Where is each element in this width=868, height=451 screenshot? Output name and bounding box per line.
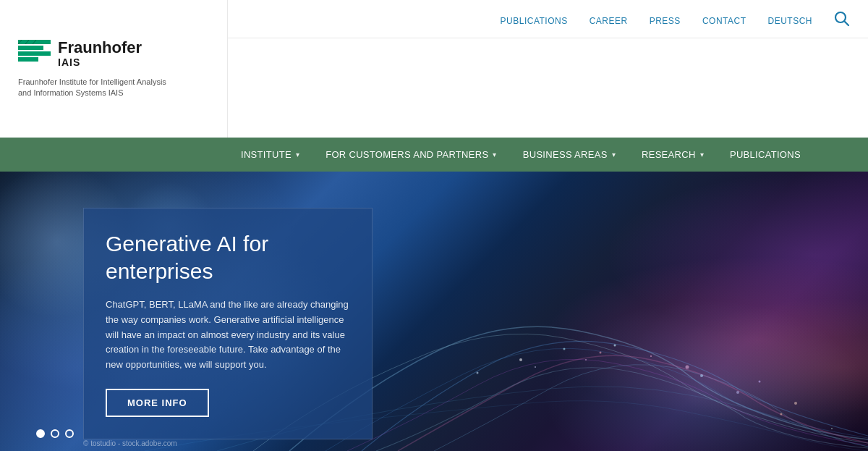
svg-point-19 [700, 374, 703, 377]
nav-career[interactable]: CAREER [590, 16, 628, 26]
institute-description: Fraunhofer Institute for Intelligent Ana… [18, 77, 209, 99]
svg-point-9 [519, 358, 522, 361]
logo-text: Fraunhofer IAIS [58, 39, 142, 68]
svg-rect-3 [18, 57, 38, 62]
top-nav-links: PUBLICATIONS CAREER PRESS CONTACT DEUTSC… [228, 0, 868, 38]
nav-business-areas[interactable]: BUSINESS AREAS ▾ [510, 138, 629, 172]
nav-publications[interactable]: PUBLICATIONS [501, 16, 568, 26]
carousel-dot-2[interactable] [51, 429, 59, 438]
fraunhofer-logo-icon [18, 40, 51, 67]
hero-title: Generative AI for enterprises [106, 230, 350, 284]
nav-institute[interactable]: INSTITUTE ▾ [228, 138, 312, 172]
svg-point-20 [780, 413, 783, 416]
hero-body: ChatGPT, BERT, LLaMA and the like are al… [106, 298, 350, 373]
search-icon[interactable] [834, 11, 850, 30]
svg-point-12 [759, 381, 761, 383]
logo-area[interactable]: Fraunhofer IAIS [18, 39, 209, 68]
svg-point-11 [686, 366, 689, 369]
carousel-dot-1[interactable] [36, 429, 45, 438]
svg-point-21 [831, 428, 833, 429]
chevron-down-icon: ▾ [296, 151, 299, 159]
nav-spacer [228, 38, 868, 138]
nav-press[interactable]: PRESS [650, 16, 681, 26]
nav-contact[interactable]: CONTACT [702, 16, 746, 26]
chevron-down-icon: ▾ [700, 151, 704, 159]
nav-deutsch[interactable]: DEUTSCH [767, 16, 812, 26]
top-section: Fraunhofer IAIS Fraunhofer Institute for… [0, 0, 868, 138]
hero-card: Generative AI for enterprises ChatGPT, B… [83, 208, 373, 439]
more-info-button[interactable]: MORE INFO [106, 389, 209, 417]
hero-section: Generative AI for enterprises ChatGPT, B… [0, 172, 868, 451]
svg-point-16 [736, 391, 739, 394]
green-nav-items: INSTITUTE ▾ FOR CUSTOMERS AND PARTNERS ▾… [228, 138, 868, 172]
nav-research[interactable]: RESEARCH ▾ [629, 138, 717, 172]
logo-sub: IAIS [58, 56, 142, 68]
sidebar: Fraunhofer IAIS Fraunhofer Institute for… [0, 0, 228, 138]
svg-point-13 [794, 402, 797, 405]
hero-copyright: © tostudio - stock.adobe.com [83, 439, 177, 447]
green-nav-bar: INSTITUTE ▾ FOR CUSTOMERS AND PARTNERS ▾… [0, 138, 868, 172]
nav-for-customers[interactable]: FOR CUSTOMERS AND PARTNERS ▾ [312, 138, 510, 172]
logo-name: Fraunhofer [58, 39, 142, 56]
nav-publications-green[interactable]: PUBLICATIONS [717, 138, 814, 172]
top-nav: PUBLICATIONS CAREER PRESS CONTACT DEUTSC… [228, 0, 868, 138]
svg-rect-2 [18, 51, 51, 56]
carousel-dot-3[interactable] [65, 429, 74, 438]
svg-point-10 [614, 345, 616, 347]
carousel-dots [36, 429, 74, 438]
svg-point-22 [535, 366, 536, 368]
svg-point-15 [650, 355, 652, 357]
svg-rect-1 [18, 46, 43, 50]
chevron-down-icon: ▾ [493, 151, 496, 159]
svg-point-18 [585, 359, 587, 361]
svg-point-14 [563, 348, 566, 350]
chevron-down-icon: ▾ [612, 151, 616, 159]
svg-line-8 [845, 22, 849, 26]
svg-point-23 [600, 352, 602, 354]
svg-point-17 [477, 372, 479, 374]
